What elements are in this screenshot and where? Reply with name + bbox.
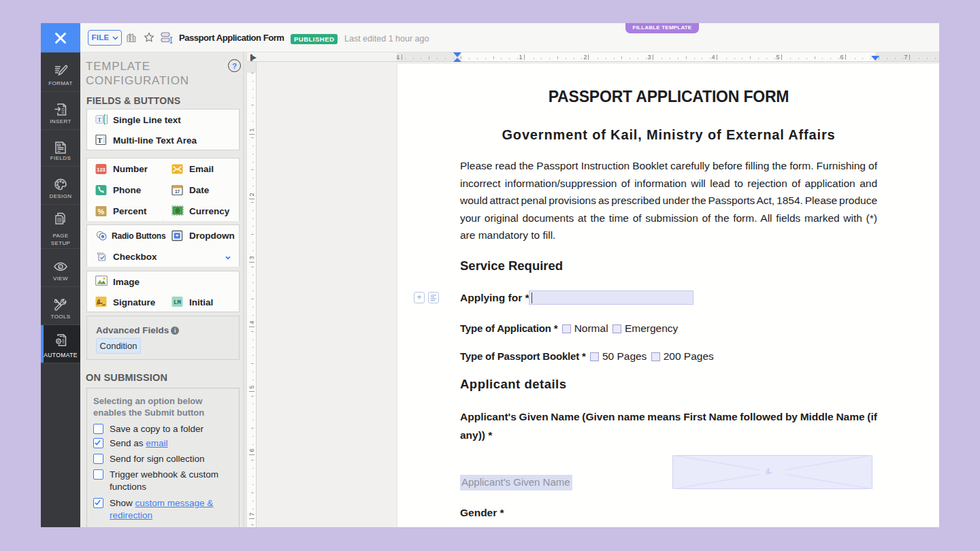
svg-text:%: % [98,207,105,215]
svg-text:T: T [97,116,101,123]
svg-text:T: T [97,137,102,144]
svg-text:17: 17 [175,188,180,193]
svg-text:123: 123 [97,166,105,172]
svg-text:LM: LM [174,299,181,306]
